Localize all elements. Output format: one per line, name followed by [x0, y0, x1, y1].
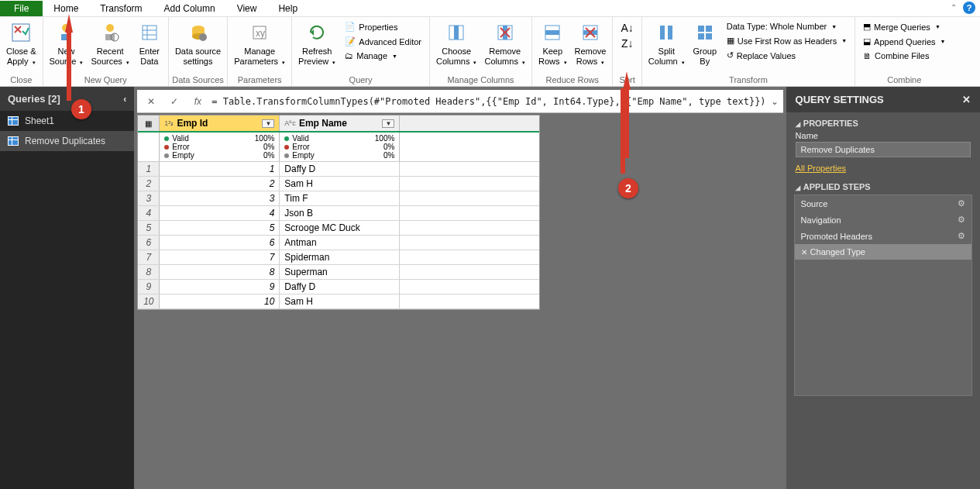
- merge-queries-button[interactable]: ⬒Merge Queries▼: [860, 20, 948, 33]
- cell-emp-name[interactable]: Json B: [280, 206, 400, 220]
- menu-view[interactable]: View: [226, 1, 268, 16]
- choose-columns-button[interactable]: ChooseColumns ▾: [433, 19, 480, 69]
- cell-emp-name[interactable]: Antman: [280, 236, 400, 250]
- table-row[interactable]: 22Sam H: [138, 177, 539, 191]
- replace-values-button[interactable]: ↺Replace Values: [724, 49, 850, 62]
- ribbon-group-query: RefreshPreview ▾ 📄Properties 📝Advanced E…: [292, 17, 430, 86]
- delete-step-icon[interactable]: ✕: [801, 248, 807, 257]
- table-row[interactable]: 77Spiderman: [138, 250, 539, 265]
- manage-button[interactable]: 🗂Manage▼: [342, 50, 425, 62]
- group-by-label: GroupBy: [693, 46, 717, 67]
- cell-emp-id[interactable]: 3: [160, 191, 280, 205]
- quality-emp-name: Valid100% Error0% Empty0%: [280, 133, 400, 161]
- cell-emp-id[interactable]: 5: [160, 221, 280, 235]
- close-settings-icon[interactable]: ✕: [962, 94, 971, 105]
- group-by-icon: [693, 20, 717, 45]
- cell-emp-name[interactable]: Spiderman: [280, 250, 400, 264]
- help-icon[interactable]: ?: [963, 2, 975, 14]
- cell-emp-id[interactable]: 9: [160, 280, 280, 294]
- cell-emp-id[interactable]: 4: [160, 206, 280, 220]
- formula-accept-icon[interactable]: ✓: [165, 96, 184, 107]
- cell-emp-id[interactable]: 2: [160, 177, 280, 191]
- table-row[interactable]: 1010Sam H: [138, 294, 539, 309]
- advanced-editor-button[interactable]: 📝Advanced Editor: [342, 35, 425, 48]
- column-filter-icon[interactable]: ▼: [382, 119, 394, 128]
- cell-emp-name[interactable]: Sam H: [280, 294, 400, 308]
- data-type-button[interactable]: Data Type: Whole Number▼: [724, 20, 850, 33]
- all-properties-link[interactable]: All Properties: [796, 164, 971, 173]
- table-row[interactable]: 11Daffy D: [138, 162, 539, 177]
- cell-emp-id[interactable]: 10: [160, 294, 280, 308]
- collapse-queries-icon[interactable]: ‹: [123, 94, 126, 105]
- applied-step[interactable]: Promoted Headers⚙: [795, 228, 971, 244]
- gear-icon[interactable]: ⚙: [958, 231, 965, 241]
- menu-transform[interactable]: Transform: [89, 1, 153, 16]
- recent-sources-button[interactable]: RecentSources ▾: [88, 19, 132, 69]
- gear-icon[interactable]: ⚙: [958, 215, 965, 225]
- menu-add-column[interactable]: Add Column: [153, 1, 226, 16]
- remove-columns-button[interactable]: RemoveColumns ▾: [481, 19, 528, 69]
- data-source-settings-button[interactable]: Data sourcesettings: [172, 19, 224, 68]
- cell-emp-name[interactable]: Daffy D: [280, 162, 400, 176]
- cell-emp-name[interactable]: Tim F: [280, 191, 400, 205]
- remove-rows-button[interactable]: RemoveRows ▾: [572, 19, 610, 69]
- collapse-ribbon-icon[interactable]: ⌃: [951, 3, 957, 12]
- properties-section-title: PROPERTIES: [786, 112, 980, 131]
- row-number: 3: [138, 191, 160, 205]
- applied-step[interactable]: Source⚙: [795, 195, 971, 212]
- cell-emp-name[interactable]: Daffy D: [280, 280, 400, 294]
- cell-emp-name[interactable]: Scrooge MC Duck: [280, 221, 400, 235]
- menu-file[interactable]: File: [0, 1, 43, 16]
- cell-emp-id[interactable]: 1: [160, 162, 280, 176]
- table-row[interactable]: 66Antman: [138, 236, 539, 250]
- column-header-emp-id[interactable]: 1²₃ Emp Id ▼: [160, 115, 280, 131]
- table-row[interactable]: 44Json B: [138, 206, 539, 221]
- table-row[interactable]: 99Daffy D: [138, 280, 539, 294]
- cell-emp-id[interactable]: 6: [160, 236, 280, 250]
- chevron-down-icon: ▼: [841, 38, 847, 43]
- sort-desc-button[interactable]: Z↓: [621, 37, 634, 50]
- expand-formula-icon[interactable]: ⌄: [771, 96, 779, 107]
- table-row[interactable]: 55Scrooge MC Duck: [138, 221, 539, 236]
- gear-icon[interactable]: ⚙: [958, 198, 965, 208]
- ribbon-group-combine: ⬒Merge Queries▼ ⬓Append Queries▼ 🗎Combin…: [855, 17, 953, 86]
- first-row-headers-label: Use First Row as Headers: [738, 36, 837, 46]
- enter-data-button[interactable]: EnterData: [134, 19, 165, 68]
- enter-data-icon: [137, 20, 162, 45]
- column-header-emp-name[interactable]: Aᴮc Emp Name ▼: [280, 115, 400, 131]
- table-row[interactable]: 33Tim F: [138, 191, 539, 206]
- formula-cancel-icon[interactable]: ✕: [142, 96, 160, 107]
- type-number-icon: 1²₃: [164, 119, 174, 127]
- cell-emp-name[interactable]: Superman: [280, 265, 400, 279]
- split-column-button[interactable]: SplitColumn ▾: [645, 19, 688, 69]
- row-number: 4: [138, 206, 160, 220]
- grid-corner[interactable]: ▦: [138, 115, 160, 131]
- row-number: 8: [138, 265, 160, 279]
- menu-help[interactable]: Help: [267, 1, 308, 16]
- close-apply-icon: [9, 20, 33, 45]
- fx-icon[interactable]: fx: [188, 96, 207, 107]
- column-filter-icon[interactable]: ▼: [262, 119, 274, 128]
- query-item-remove-duplicates[interactable]: Remove Duplicates: [0, 131, 134, 151]
- query-item-sheet1[interactable]: Sheet1: [0, 111, 134, 131]
- group-by-button[interactable]: GroupBy: [689, 19, 720, 68]
- properties-button[interactable]: 📄Properties: [342, 20, 425, 33]
- cell-emp-name[interactable]: Sam H: [280, 177, 400, 191]
- row-number: 5: [138, 221, 160, 235]
- refresh-preview-button[interactable]: RefreshPreview ▾: [295, 19, 339, 69]
- applied-step[interactable]: Navigation⚙: [795, 212, 971, 228]
- combine-files-button[interactable]: 🗎Combine Files: [860, 50, 948, 62]
- keep-rows-button[interactable]: KeepRows ▾: [535, 19, 570, 69]
- sort-asc-button[interactable]: A↓: [621, 22, 633, 34]
- formula-input[interactable]: = Table.TransformColumnTypes(#"Promoted …: [211, 96, 765, 107]
- query-name-input[interactable]: [796, 142, 971, 157]
- cell-emp-id[interactable]: 7: [160, 250, 280, 264]
- append-queries-button[interactable]: ⬓Append Queries▼: [860, 35, 948, 48]
- applied-step[interactable]: ✕Changed Type: [795, 244, 971, 260]
- close-apply-button[interactable]: Close &Apply ▾: [3, 19, 40, 69]
- table-row[interactable]: 88Superman: [138, 265, 539, 280]
- cell-emp-id[interactable]: 8: [160, 265, 280, 279]
- first-row-headers-button[interactable]: ▦Use First Row as Headers▼: [724, 34, 850, 47]
- manage-parameters-button[interactable]: xy ManageParameters ▾: [231, 19, 288, 69]
- properties-label: Properties: [359, 22, 397, 32]
